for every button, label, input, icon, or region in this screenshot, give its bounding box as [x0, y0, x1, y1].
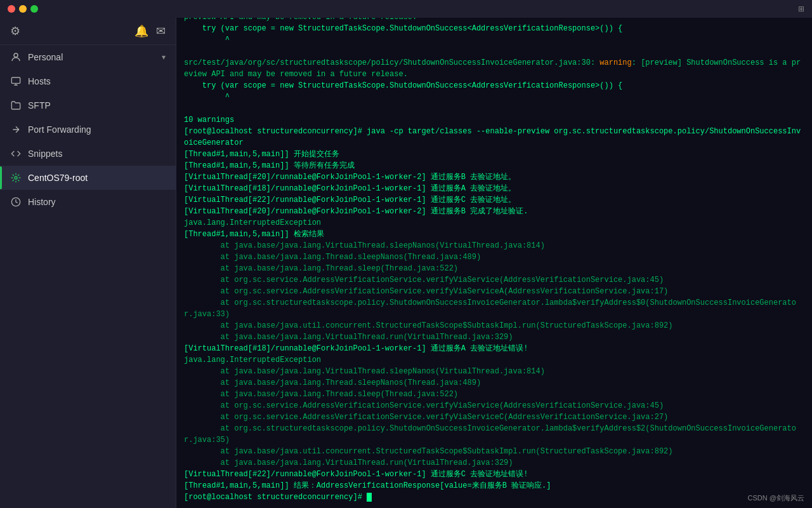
svg-rect-1: [11, 77, 20, 83]
terminal-line: [VirtualThread[#18]/runnable@ForkJoinPoo…: [184, 183, 804, 194]
terminal-line: [VirtualThread[#18]/runnable@ForkJoinPoo…: [184, 343, 804, 354]
terminal-line: [root@localhost structuredconcurrency]#: [184, 491, 804, 503]
terminal-line: at java.base/java.lang.VirtualThread.sle…: [184, 366, 804, 377]
terminal[interactable]: src/test/java/org/sc/structuredtaskscope…: [176, 18, 812, 508]
terminal-line: src/test/java/org/sc/structuredtaskscope…: [184, 18, 804, 23]
terminal-line: [Thread#1,main,5,main]] 开始提交任务: [184, 149, 804, 160]
terminal-line: [VirtualThread[#20]/runnable@ForkJoinPoo…: [184, 206, 804, 217]
sftp-label: SFTP: [28, 100, 51, 110]
sidebar-item-history[interactable]: History: [0, 190, 176, 214]
minimize-button[interactable]: [19, 5, 27, 13]
titlebar: ⊞: [0, 0, 812, 18]
sftp-icon: [10, 100, 22, 111]
personal-icon: [10, 51, 22, 63]
terminal-line: at java.base/java.lang.VirtualThread.run…: [184, 331, 804, 343]
history-label: History: [28, 197, 56, 207]
terminal-line: [184, 103, 804, 114]
chevron-icon: ▾: [162, 53, 166, 62]
terminal-line: try (var scope = new StructuredTaskScope…: [184, 23, 804, 34]
snippets-label: Snippets: [28, 149, 62, 159]
snippets-icon: [10, 148, 22, 159]
terminal-line: at java.base/java.lang.Thread.sleepNanos…: [184, 377, 804, 389]
close-button[interactable]: [8, 5, 15, 13]
terminal-line: java.lang.InterruptedException: [184, 354, 804, 366]
centos-icon: [10, 172, 22, 184]
terminal-line: [VirtualThread[#22]/runnable@ForkJoinPoo…: [184, 469, 804, 480]
personal-section[interactable]: Personal ▾: [0, 45, 176, 69]
svg-point-0: [14, 53, 18, 57]
terminal-line: try (var scope = new StructuredTaskScope…: [184, 80, 804, 91]
hosts-icon: [10, 76, 22, 87]
sidebar-item-hosts[interactable]: Hosts: [0, 69, 176, 93]
terminal-line: at java.base/java.lang.Thread.sleep(Thre…: [184, 389, 804, 400]
terminal-line: java.lang.InterruptedException: [184, 217, 804, 229]
terminal-line: at java.base/java.lang.VirtualThread.run…: [184, 457, 804, 469]
terminal-line: ^: [184, 34, 804, 46]
sidebar-toolbar: ⚙ 🔔 ✉: [0, 18, 176, 45]
hosts-label: Hosts: [28, 76, 51, 86]
mail-icon[interactable]: ✉: [156, 24, 166, 38]
maximize-button[interactable]: [30, 5, 38, 13]
sidebar-item-snippets[interactable]: Snippets: [0, 142, 176, 166]
terminal-line: src/test/java/org/sc/structuredtaskscope…: [184, 57, 804, 80]
watermark: CSDN @剑海风云: [748, 493, 804, 503]
terminal-line: at org.sc.structuredtaskscope.policy.Shu…: [184, 423, 804, 446]
window-controls[interactable]: [8, 5, 38, 13]
window-icon: ⊞: [798, 4, 804, 13]
terminal-line: at java.base/java.lang.VirtualThread.sle…: [184, 240, 804, 251]
personal-label: Personal: [28, 52, 155, 62]
terminal-line: [Thread#1,main,5,main]] 检索结果: [184, 229, 804, 240]
centos-label: CentOS79-root: [28, 173, 88, 183]
terminal-line: 10 warnings: [184, 114, 804, 126]
bell-icon[interactable]: 🔔: [134, 24, 148, 38]
terminal-line: [184, 46, 804, 57]
port-forwarding-label: Port Forwarding: [28, 124, 91, 135]
terminal-line: [VirtualThread[#22]/runnable@ForkJoinPoo…: [184, 194, 804, 206]
sidebar: ⚙ 🔔 ✉ Personal ▾ Hosts: [0, 18, 176, 508]
sidebar-item-port-forwarding[interactable]: Port Forwarding: [0, 117, 176, 142]
terminal-line: [VirtualThread[#20]/runnable@ForkJoinPoo…: [184, 171, 804, 183]
terminal-line: at org.sc.service.AddressVerificationSer…: [184, 411, 804, 423]
terminal-line: at org.sc.service.AddressVerificationSer…: [184, 274, 804, 286]
terminal-line: at java.base/java.util.concurrent.Struct…: [184, 446, 804, 457]
terminal-line: [Thread#1,main,5,main]] 等待所有任务完成: [184, 160, 804, 171]
terminal-line: at org.sc.service.AddressVerificationSer…: [184, 286, 804, 297]
terminal-line: ^: [184, 91, 804, 103]
terminal-line: [Thread#1,main,5,main]] 结果：AddressVerifi…: [184, 480, 804, 491]
terminal-line: at java.base/java.lang.Thread.sleep(Thre…: [184, 263, 804, 274]
history-icon: [10, 196, 22, 208]
sidebar-item-sftp[interactable]: SFTP: [0, 93, 176, 117]
terminal-line: at java.base/java.util.concurrent.Struct…: [184, 320, 804, 331]
terminal-line: at java.base/java.lang.Thread.sleepNanos…: [184, 251, 804, 263]
svg-point-2: [15, 177, 17, 179]
terminal-line: [root@localhost structuredconcurrency]# …: [184, 126, 804, 149]
settings-icon[interactable]: ⚙: [10, 24, 20, 38]
terminal-line: at org.sc.service.AddressVerificationSer…: [184, 400, 804, 411]
terminal-line: at org.sc.structuredtaskscope.policy.Shu…: [184, 297, 804, 320]
port-forwarding-icon: [10, 124, 22, 135]
sidebar-item-centos79-root[interactable]: CentOS79-root: [0, 166, 176, 190]
main-layout: ⚙ 🔔 ✉ Personal ▾ Hosts: [0, 18, 812, 508]
